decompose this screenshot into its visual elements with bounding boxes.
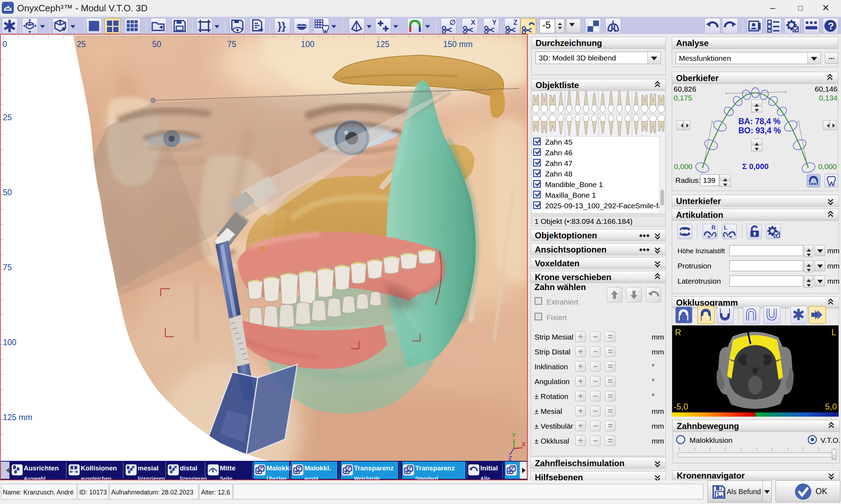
svg-text:0: 0 <box>2 40 7 49</box>
svg-text:∅: ∅ <box>450 18 456 26</box>
svg-text:R: R <box>711 225 716 231</box>
svg-text:50: 50 <box>3 188 12 197</box>
svg-text:Z: Z <box>513 18 517 26</box>
svg-text:Y: Y <box>512 432 516 439</box>
svg-text:25: 25 <box>3 113 12 122</box>
svg-text:150 mm: 150 mm <box>443 40 473 49</box>
svg-text:125: 125 <box>376 40 389 49</box>
svg-text:X: X <box>522 441 526 448</box>
svg-text:}}: }} <box>278 20 286 32</box>
svg-text:50: 50 <box>152 40 161 49</box>
svg-text:L: L <box>831 328 836 337</box>
svg-text:125 mm: 125 mm <box>3 413 32 422</box>
svg-text:Z: Z <box>508 455 512 461</box>
svg-text:-5,0: -5,0 <box>674 402 688 411</box>
svg-text:Y: Y <box>492 18 497 26</box>
svg-text:?: ? <box>828 21 834 31</box>
svg-text:25: 25 <box>77 40 86 49</box>
svg-text:5,0: 5,0 <box>825 402 837 411</box>
svg-text:75: 75 <box>3 263 12 272</box>
svg-text:75: 75 <box>227 40 236 49</box>
svg-text:100: 100 <box>301 40 314 49</box>
svg-text:R: R <box>675 328 681 337</box>
svg-text:100: 100 <box>3 338 16 347</box>
svg-text:L: L <box>724 225 727 231</box>
svg-text:X: X <box>471 18 476 26</box>
